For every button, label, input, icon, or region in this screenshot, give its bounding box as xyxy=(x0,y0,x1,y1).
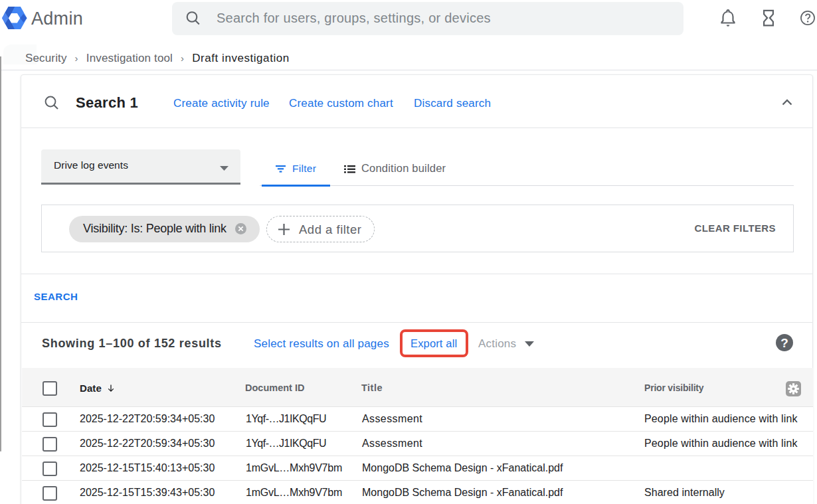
svg-text:?: ? xyxy=(780,336,788,350)
